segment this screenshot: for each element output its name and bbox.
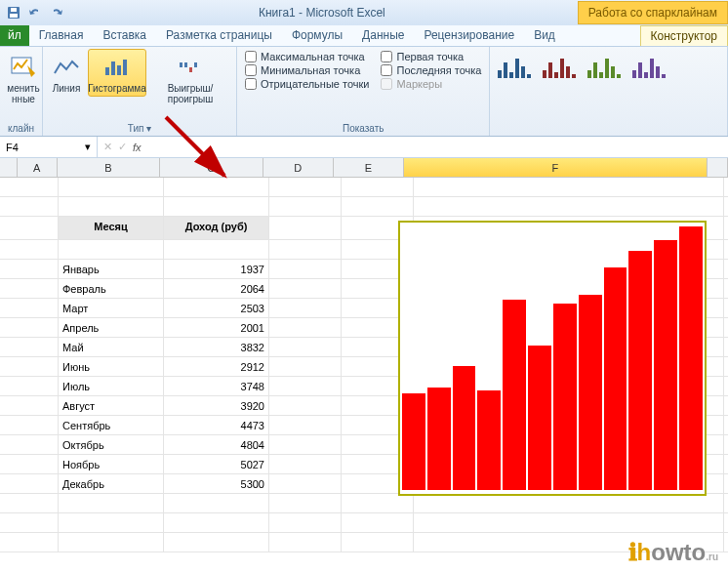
dropdown-icon[interactable]: ▾: [85, 141, 91, 153]
fx-icon[interactable]: fx: [133, 142, 142, 153]
income-cell[interactable]: 3748: [164, 377, 269, 395]
select-all[interactable]: [0, 158, 18, 177]
income-cell[interactable]: 5300: [164, 474, 269, 493]
undo-icon[interactable]: [25, 3, 45, 22]
style-thumb[interactable]: [630, 53, 669, 82]
chart-bar: [628, 251, 652, 490]
month-cell[interactable]: Январь: [59, 260, 164, 278]
month-cell[interactable]: Август: [59, 396, 164, 415]
quick-access-toolbar: [0, 3, 66, 22]
svg-rect-26: [599, 72, 603, 78]
month-cell[interactable]: Апрель: [59, 318, 164, 337]
titlebar: Книга1 - Microsoft Excel Работа со спарк…: [0, 0, 728, 25]
group-show-label: Показать: [237, 122, 489, 136]
winloss-button[interactable]: Выигрыш/проигрыш: [146, 49, 234, 107]
tab-view[interactable]: Вид: [524, 25, 565, 46]
tab-review[interactable]: Рецензирование: [414, 25, 524, 46]
max-point-checkbox[interactable]: Максимальная точка: [245, 51, 369, 62]
tab-home[interactable]: Главная: [29, 25, 94, 46]
neg-point-checkbox[interactable]: Отрицательные точки: [245, 78, 369, 90]
tab-data[interactable]: Данные: [352, 25, 414, 46]
cancel-icon[interactable]: ✕: [103, 141, 112, 153]
sparkline-chart[interactable]: [398, 221, 707, 496]
col-A[interactable]: A: [18, 158, 58, 177]
month-cell[interactable]: Март: [59, 299, 164, 317]
month-cell[interactable]: Июнь: [59, 357, 164, 376]
header-month: Месяц: [59, 217, 164, 239]
tab-formulas[interactable]: Формулы: [282, 25, 352, 46]
chart-bar: [427, 388, 451, 490]
svg-rect-14: [509, 72, 513, 78]
chart-bar: [503, 300, 526, 490]
chart-bar: [654, 240, 677, 490]
last-point-checkbox[interactable]: Последняя точка: [381, 64, 481, 76]
line-button[interactable]: Линия: [45, 49, 88, 97]
col-C[interactable]: C: [160, 158, 263, 177]
svg-rect-34: [656, 66, 660, 78]
month-cell[interactable]: Октябрь: [59, 435, 164, 454]
col-B[interactable]: B: [58, 158, 160, 177]
svg-rect-24: [587, 70, 591, 78]
income-cell[interactable]: 3832: [164, 338, 269, 356]
svg-rect-25: [593, 62, 597, 78]
style-thumb[interactable]: [586, 53, 625, 82]
tab-file[interactable]: йл: [0, 25, 29, 46]
svg-rect-16: [521, 66, 525, 78]
income-cell[interactable]: 4473: [164, 416, 269, 434]
col-E[interactable]: E: [334, 158, 404, 177]
edit-data-button[interactable]: менить нные: [2, 49, 45, 107]
svg-rect-4: [105, 67, 109, 75]
month-cell[interactable]: Июль: [59, 377, 164, 395]
formula-bar: F4▾ ✕✓fx: [0, 137, 728, 158]
month-cell[interactable]: Сентябрь: [59, 416, 164, 434]
month-cell[interactable]: Декабрь: [59, 474, 164, 493]
group-show: Максимальная точка Минимальная точка Отр…: [237, 47, 490, 136]
svg-rect-22: [566, 66, 570, 78]
col-D[interactable]: D: [263, 158, 334, 177]
redo-icon[interactable]: [47, 3, 66, 22]
income-cell[interactable]: 5027: [164, 455, 269, 473]
histogram-button[interactable]: Гистограмма: [88, 49, 146, 97]
chart-bar: [528, 346, 551, 490]
save-icon[interactable]: [4, 3, 23, 22]
col-F[interactable]: F: [404, 158, 707, 177]
svg-rect-8: [180, 62, 182, 67]
chart-bar: [604, 267, 627, 490]
month-cell[interactable]: Ноябрь: [59, 455, 164, 473]
grid[interactable]: МесяцДоход (руб) Январь1937Февраль2064Ма…: [0, 178, 728, 547]
style-thumb[interactable]: [496, 53, 535, 82]
month-cell[interactable]: Февраль: [59, 279, 164, 298]
min-point-checkbox[interactable]: Минимальная точка: [245, 64, 369, 76]
svg-rect-7: [123, 60, 127, 75]
income-cell[interactable]: 2064: [164, 279, 269, 298]
income-cell[interactable]: 4804: [164, 435, 269, 454]
first-point-checkbox[interactable]: Первая точка: [381, 51, 481, 62]
enter-icon[interactable]: ✓: [118, 141, 127, 153]
income-cell[interactable]: 3920: [164, 396, 269, 415]
svg-rect-30: [632, 70, 636, 78]
histogram-label: Гистограмма: [88, 83, 146, 94]
svg-rect-23: [572, 74, 576, 78]
svg-rect-28: [611, 66, 615, 78]
col-G[interactable]: [708, 158, 728, 177]
month-cell[interactable]: Май: [59, 338, 164, 356]
line-icon: [51, 52, 82, 83]
style-thumb[interactable]: [541, 53, 580, 82]
group-data: менить нные клайн: [0, 47, 43, 136]
tab-layout[interactable]: Разметка страницы: [156, 25, 282, 46]
markers-checkbox: Маркеры: [381, 78, 481, 90]
line-label: Линия: [53, 83, 81, 94]
income-cell[interactable]: 2503: [164, 299, 269, 317]
svg-rect-12: [498, 70, 502, 78]
income-cell[interactable]: 1937: [164, 260, 269, 278]
dialog-launcher-icon[interactable]: ▾: [146, 123, 151, 134]
income-cell[interactable]: 2912: [164, 357, 269, 376]
income-cell[interactable]: 2001: [164, 318, 269, 337]
tab-insert[interactable]: Вставка: [93, 25, 156, 46]
svg-rect-20: [554, 72, 558, 78]
chart-bar: [477, 390, 501, 490]
tab-design[interactable]: Конструктор: [640, 25, 728, 46]
column-headers: A B C D E F: [0, 158, 728, 178]
name-box[interactable]: F4▾: [0, 137, 98, 157]
header-income: Доход (руб): [164, 217, 269, 239]
